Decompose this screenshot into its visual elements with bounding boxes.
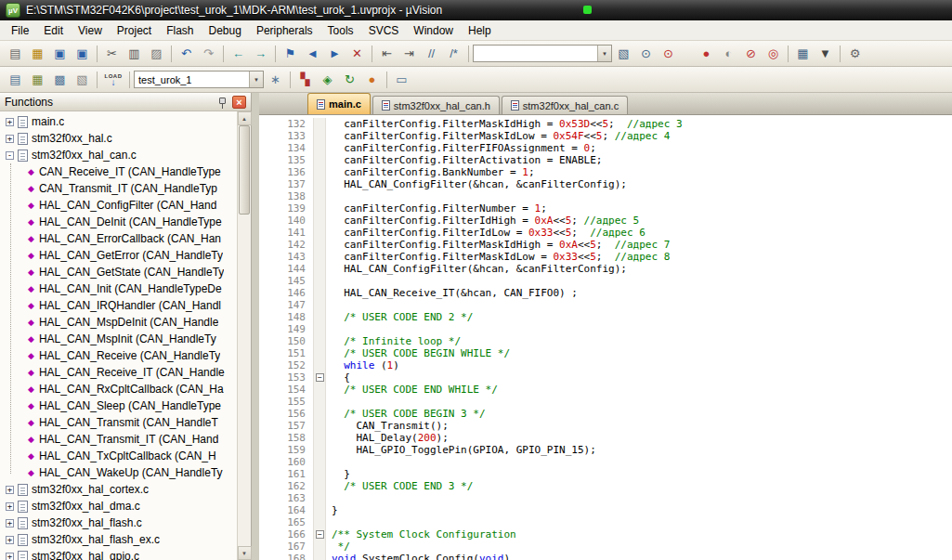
menu-item-tools[interactable]: Tools	[320, 21, 361, 40]
redo-button[interactable]: ↷	[198, 44, 219, 64]
code-lines[interactable]: canFilterConfig.FilterMaskIdHigh = 0x53D…	[332, 118, 952, 560]
uncomment-selection-button[interactable]: /*	[443, 44, 464, 64]
copy-button[interactable]: ▥	[124, 44, 145, 64]
title-bar[interactable]: µV E:\STM\STM32F042K6\project\test_urok_…	[0, 0, 952, 20]
tree-function-item[interactable]: ◆HAL_CAN_DeInit (CAN_HandleType	[0, 214, 237, 230]
tree-function-item[interactable]: ◆HAL_CAN_Sleep (CAN_HandleType	[0, 397, 237, 414]
navigate-forward-button[interactable]: →	[250, 44, 271, 64]
file-extensions-button[interactable]: ▚	[294, 70, 316, 90]
configure-button[interactable]: ⚙	[844, 44, 866, 64]
tree-function-item[interactable]: ◆HAL_CAN_Transmit_IT (CAN_Hand	[0, 431, 237, 448]
find-in-files-button[interactable]: ▧	[613, 44, 634, 64]
menu-item-window[interactable]: Window	[406, 21, 461, 40]
search-dropdown-icon[interactable]: ▼	[597, 46, 611, 61]
tree-function-item[interactable]: ◆HAL_CAN_Transmit (CAN_HandleT	[0, 414, 237, 431]
tab-main.c[interactable]: main.c	[307, 93, 371, 114]
expander-icon[interactable]: +	[6, 536, 14, 544]
toggle-bookmark-button[interactable]: ⚑	[280, 44, 301, 64]
manage-rte-button[interactable]: ◈	[317, 70, 338, 90]
layout-dropdown-button[interactable]: ▼	[815, 44, 836, 64]
translate-file-button[interactable]: ▤	[5, 70, 26, 90]
new-file-button[interactable]: ▤	[5, 44, 26, 64]
expander-icon[interactable]: +	[6, 118, 14, 126]
update-software-packs-button[interactable]: ●	[361, 70, 383, 90]
tree-function-item[interactable]: ◆HAL_CAN_WakeUp (CAN_HandleTy	[0, 464, 237, 481]
menu-item-help[interactable]: Help	[461, 21, 499, 40]
tree-file-item[interactable]: -stm32f0xx_hal_can.c	[0, 147, 237, 163]
tree-function-item[interactable]: ◆HAL_CAN_Init (CAN_HandleTypeDe	[0, 280, 237, 297]
clear-bookmarks-button[interactable]: ✕	[346, 44, 368, 64]
tree-function-item[interactable]: ◆HAL_CAN_ConfigFilter (CAN_Hand	[0, 197, 237, 214]
project-items-button[interactable]: ▭	[391, 70, 412, 90]
scrollbar-track[interactable]	[238, 125, 252, 546]
scroll-up-icon[interactable]: ▲	[238, 111, 252, 125]
download-to-flash-button[interactable]: LOAD↓	[101, 70, 125, 90]
tree-function-item[interactable]: ◆HAL_CAN_IRQHandler (CAN_Handl	[0, 297, 237, 314]
tree-file-item[interactable]: +stm32f0xx_hal_flash.c	[0, 514, 237, 531]
batch-build-button[interactable]: ▧	[72, 70, 93, 90]
tree-file-item[interactable]: +stm32f0xx_hal_flash_ex.c	[0, 531, 237, 548]
tree-function-item[interactable]: ◆HAL_CAN_Receive_IT (CAN_Handle	[0, 364, 237, 381]
build-target-button[interactable]: ▦	[27, 70, 48, 90]
options-for-target-button[interactable]: ∗	[265, 70, 286, 90]
incremental-find-button[interactable]: ⊙	[658, 44, 679, 64]
tree-function-item[interactable]: ◆CAN_Receive_IT (CAN_HandleType	[0, 163, 237, 180]
fold-collapse-icon[interactable]: −	[316, 530, 324, 539]
expander-icon[interactable]: -	[6, 151, 14, 160]
tree-function-item[interactable]: ◆HAL_CAN_RxCpltCallback (CAN_Ha	[0, 381, 237, 397]
expander-icon[interactable]: +	[6, 553, 14, 560]
outdent-button[interactable]: ⇤	[376, 44, 398, 64]
tree-function-item[interactable]: ◆HAL_CAN_ErrorCallback (CAN_Han	[0, 230, 237, 247]
save-button[interactable]: ▣	[49, 44, 71, 64]
menu-item-view[interactable]: View	[71, 21, 110, 40]
menu-item-project[interactable]: Project	[110, 21, 159, 40]
navigate-back-button[interactable]: ←	[228, 44, 249, 64]
search-input[interactable]	[474, 46, 597, 60]
tree-function-item[interactable]: ◆HAL_CAN_MspInit (CAN_HandleTy	[0, 331, 237, 347]
tree-file-item[interactable]: +stm32f0xx_hal_cortex.c	[0, 481, 237, 498]
tree-function-item[interactable]: ◆HAL_CAN_MspDeInit (CAN_Handle	[0, 314, 237, 331]
previous-bookmark-button[interactable]: ◄	[302, 44, 323, 64]
cut-button[interactable]: ✂	[101, 44, 123, 64]
tree-function-item[interactable]: ◆HAL_CAN_GetState (CAN_HandleTy	[0, 264, 237, 280]
scroll-down-icon[interactable]: ▼	[238, 546, 252, 560]
tree-file-item[interactable]: +stm32f0xx_hal_dma.c	[0, 498, 237, 514]
indent-button[interactable]: ⇥	[398, 44, 420, 64]
code-editor[interactable]: 1321331341351361371381391401411421431441…	[259, 115, 952, 560]
panel-splitter[interactable]	[252, 93, 259, 560]
tree-function-item[interactable]: ◆HAL_CAN_GetError (CAN_HandleTy	[0, 247, 237, 264]
tree-file-item[interactable]: +stm32f0xx_hal_gpio.c	[0, 548, 237, 560]
comment-selection-button[interactable]: //	[421, 44, 442, 64]
tab-stm32f0xx_hal_can.h[interactable]: stm32f0xx_hal_can.h	[372, 96, 500, 114]
tree-function-item[interactable]: ◆HAL_CAN_Receive (CAN_HandleTy	[0, 347, 237, 364]
menu-item-edit[interactable]: Edit	[36, 21, 71, 40]
undo-button[interactable]: ↶	[176, 44, 197, 64]
save-all-button[interactable]: ▣	[72, 44, 93, 64]
menu-item-peripherals[interactable]: Peripherals	[249, 21, 320, 40]
enable-breakpoint-button[interactable]: ◐	[718, 44, 739, 64]
target-dropdown-icon[interactable]: ▼	[249, 72, 263, 87]
fold-cell[interactable]: −	[314, 371, 325, 384]
menu-item-debug[interactable]: Debug	[202, 21, 249, 40]
window-layout-button[interactable]: ▦	[792, 44, 814, 64]
open-folder-button[interactable]: ▦	[27, 44, 48, 64]
menu-item-file[interactable]: File	[4, 21, 36, 40]
scrollbar-thumb[interactable]	[239, 125, 250, 215]
insert-breakpoint-button[interactable]: ●	[696, 44, 717, 64]
paste-button[interactable]: ▨	[146, 44, 167, 64]
menu-item-svcs[interactable]: SVCS	[361, 21, 407, 40]
find-button[interactable]: ⊙	[635, 44, 657, 64]
tree-function-item[interactable]: ◆HAL_CAN_TxCpltCallback (CAN_H	[0, 448, 237, 464]
expander-icon[interactable]: +	[6, 486, 14, 494]
close-icon[interactable]: ×	[232, 96, 246, 109]
fold-collapse-icon[interactable]: −	[316, 373, 324, 382]
pin-icon[interactable]	[216, 96, 228, 109]
expander-icon[interactable]: +	[6, 502, 14, 511]
tab-stm32f0xx_hal_can.c[interactable]: stm32f0xx_hal_can.c	[502, 96, 628, 114]
pack-installer-button[interactable]: ↻	[339, 70, 360, 90]
tree-scrollbar[interactable]: ▲ ▼	[237, 111, 251, 560]
menu-item-flash[interactable]: Flash	[159, 21, 201, 40]
tree-file-item[interactable]: +stm32f0xx_hal.c	[0, 130, 237, 147]
rebuild-all-button[interactable]: ▩	[49, 70, 71, 90]
expander-icon[interactable]: +	[6, 519, 14, 527]
